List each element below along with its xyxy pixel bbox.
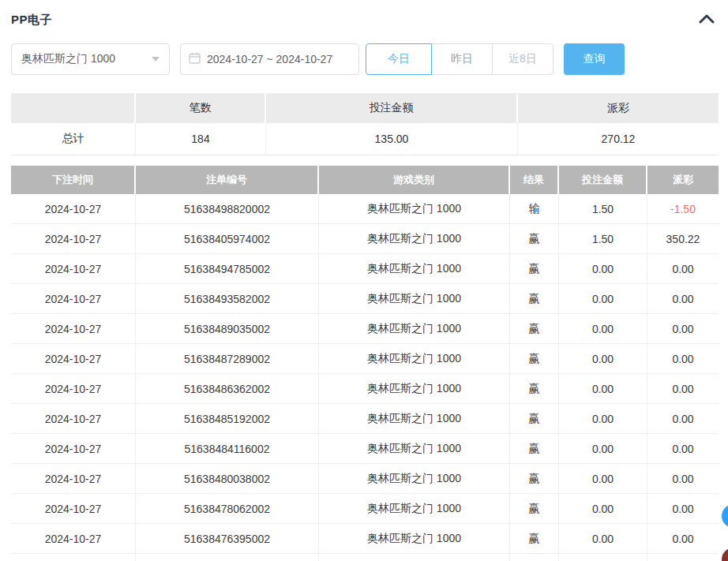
table-row: 2024-10-27 51638486362002 奥林匹斯之门 1000 赢 …	[11, 374, 719, 404]
chevron-down-icon	[152, 57, 159, 62]
game-select-value: 奥林匹斯之门 1000	[21, 52, 115, 66]
cell-bet-amount: 0.00	[559, 464, 647, 494]
summary-col-bet-amount: 投注金额	[266, 93, 518, 123]
cell-game-type: 奥林匹斯之门 1000	[319, 404, 510, 434]
cell-payout: 0.00	[647, 314, 719, 344]
table-row: 2024-10-27 51638489035002 奥林匹斯之门 1000 赢 …	[11, 314, 719, 344]
detail-col-result: 结果	[510, 166, 559, 194]
cell-bet-amount: 1.50	[559, 224, 647, 254]
cell-payout: 0.00	[647, 254, 719, 284]
cell-order-id: 51638487289002	[136, 344, 319, 374]
summary-col-payout: 派彩	[518, 93, 719, 123]
cell-bet-amount: 0.00	[559, 404, 647, 434]
today-button[interactable]: 今日	[366, 43, 432, 75]
cell-game-type: 奥林匹斯之门 1000	[319, 494, 510, 524]
bet-records-table: 下注时间 注单编号 游戏类别 结果 投注金额 派彩 2024-10-27 516…	[11, 166, 719, 561]
cell-bet-time: 2024-10-27	[11, 224, 136, 254]
cell-bet-time: 2024-10-27	[11, 404, 136, 434]
cell-result: 赢	[510, 224, 559, 254]
detail-header-row: 下注时间 注单编号 游戏类别 结果 投注金额 派彩	[11, 166, 719, 194]
cell-bet-amount: 1.50	[559, 194, 647, 224]
summary-total-payout: 270.12	[518, 123, 719, 155]
cell-game-type: 奥林匹斯之门 1000	[319, 194, 510, 224]
table-row: 2024-10-27 51638476395002 奥林匹斯之门 1000 赢 …	[11, 524, 719, 554]
cell-bet-time: 2024-10-27	[11, 374, 136, 404]
cell-order-id: 51638485192002	[136, 404, 319, 434]
cell-payout: 0.00	[647, 434, 719, 464]
cell-bet-time: 2024-10-27	[11, 344, 136, 374]
cell-payout: 0.00	[647, 494, 719, 524]
table-row: 2024-10-27 51638484116002 奥林匹斯之门 1000 赢 …	[11, 434, 719, 464]
cell-payout: -1.50	[647, 194, 719, 224]
cell-bet-amount: 0.00	[559, 374, 647, 404]
cell-game-type: 奥林匹斯之门 1000	[319, 434, 510, 464]
summary-total-count: 184	[136, 123, 266, 155]
cell-order-id: 51638484116002	[136, 434, 319, 464]
cell-order-id: 51638486362002	[136, 374, 319, 404]
cell-bet-time: 2024-10-27	[11, 464, 136, 494]
filter-bar: 奥林匹斯之门 1000 2024-10-27 ~ 2024-10-27 今日 昨…	[11, 43, 625, 75]
cell-bet-amount: 0.00	[559, 434, 647, 464]
query-button[interactable]: 查询	[564, 43, 625, 75]
collapse-panel-button[interactable]	[698, 11, 715, 28]
table-row: 2024-10-27 51638494785002 奥林匹斯之门 1000 赢 …	[11, 254, 719, 284]
detail-table-body: 2024-10-27 51638498820002 奥林匹斯之门 1000 输 …	[11, 194, 719, 554]
cell-payout: 0.00	[647, 374, 719, 404]
cell-game-type: 奥林匹斯之门 1000	[319, 224, 510, 254]
cell-order-id: 51638493582002	[136, 284, 319, 314]
cell-order-id: 51638478062002	[136, 494, 319, 524]
date-range-value: 2024-10-27 ~ 2024-10-27	[207, 53, 332, 65]
cell-bet-time: 2024-10-27	[11, 194, 136, 224]
cell-bet-time: 2024-10-27	[11, 254, 136, 284]
yesterday-button[interactable]: 昨日	[431, 43, 493, 75]
cell-result: 赢	[510, 284, 559, 314]
summary-total-row: 总计 184 135.00 270.12	[11, 123, 719, 155]
partial-row-cutoff	[11, 554, 719, 561]
detail-col-bet-amount: 投注金额	[559, 166, 647, 194]
floating-widget-blue-button[interactable]	[722, 504, 728, 528]
cell-order-id: 51638405974002	[136, 224, 319, 254]
table-row: 2024-10-27 51638480038002 奥林匹斯之门 1000 赢 …	[11, 464, 719, 494]
table-row: 2024-10-27 51638493582002 奥林匹斯之门 1000 赢 …	[11, 284, 719, 314]
cell-bet-time: 2024-10-27	[11, 494, 136, 524]
cell-game-type: 奥林匹斯之门 1000	[319, 464, 510, 494]
table-row: 2024-10-27 51638485192002 奥林匹斯之门 1000 赢 …	[11, 404, 719, 434]
cell-result: 赢	[510, 254, 559, 284]
cell-order-id: 51638489035002	[136, 314, 319, 344]
cell-bet-time: 2024-10-27	[11, 314, 136, 344]
date-range-picker[interactable]: 2024-10-27 ~ 2024-10-27	[180, 43, 359, 75]
cell-result: 赢	[510, 464, 559, 494]
last-8-days-button[interactable]: 近8日	[492, 43, 554, 75]
cell-result: 赢	[510, 404, 559, 434]
detail-col-payout: 派彩	[647, 166, 719, 194]
summary-total-bet-amount: 135.00	[266, 123, 518, 155]
cell-result: 赢	[510, 344, 559, 374]
cell-game-type: 奥林匹斯之门 1000	[319, 344, 510, 374]
cell-payout: 0.00	[647, 284, 719, 314]
cell-payout: 0.00	[647, 404, 719, 434]
cell-payout: 0.00	[647, 464, 719, 494]
cell-game-type: 奥林匹斯之门 1000	[319, 524, 510, 554]
table-row: 2024-10-27 51638478062002 奥林匹斯之门 1000 赢 …	[11, 494, 719, 524]
table-row: 2024-10-27 51638498820002 奥林匹斯之门 1000 输 …	[11, 194, 719, 224]
cell-order-id: 51638498820002	[136, 194, 319, 224]
cell-payout: 0.00	[647, 344, 719, 374]
pp-electronic-panel: PP电子 奥林匹斯之门 1000 2024-10-27 ~ 2024-10-27	[0, 0, 728, 561]
detail-col-bet-time: 下注时间	[11, 166, 136, 194]
cell-bet-amount: 0.00	[559, 344, 647, 374]
calendar-icon	[189, 52, 201, 66]
chevron-up-icon	[699, 13, 715, 26]
page-title: PP电子	[11, 13, 52, 28]
cell-result: 赢	[510, 314, 559, 344]
cell-game-type: 奥林匹斯之门 1000	[319, 254, 510, 284]
summary-col-count: 笔数	[136, 93, 266, 123]
quick-date-button-group: 今日 昨日 近8日	[366, 43, 554, 75]
cell-order-id: 51638494785002	[136, 254, 319, 284]
cell-payout: 350.22	[647, 224, 719, 254]
cell-result: 输	[510, 194, 559, 224]
cell-bet-time: 2024-10-27	[11, 524, 136, 554]
summary-col-blank	[11, 93, 136, 123]
cell-result: 赢	[510, 374, 559, 404]
game-select[interactable]: 奥林匹斯之门 1000	[11, 43, 170, 75]
floating-widget-red-button[interactable]	[722, 548, 728, 561]
